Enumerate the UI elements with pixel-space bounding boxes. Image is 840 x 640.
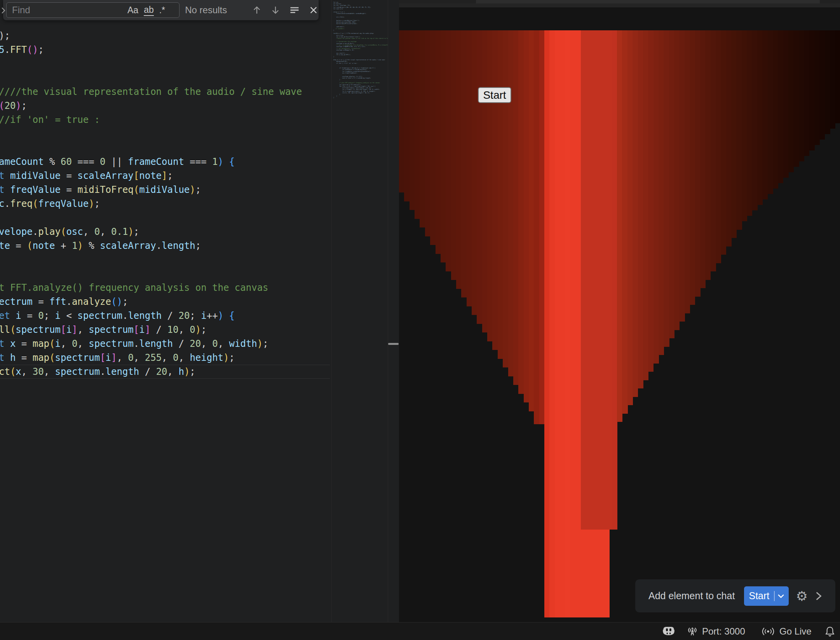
spectrum-bar: [555, 30, 560, 617]
go-live[interactable]: Go Live: [761, 623, 812, 640]
spectrum-bar: [513, 30, 519, 385]
spectrum-bar: [731, 30, 737, 238]
code-line[interactable]: t midiValue = scaleArray[note];: [0, 169, 330, 183]
code-line[interactable]: ll(spectrum[i], spectrum[i] / 10, 0);: [0, 323, 330, 337]
spectrum-bar: [638, 30, 643, 388]
code-line[interactable]: t x = map(i, 0, spectrum.length / 20, 0,…: [0, 337, 330, 351]
spectrum-bar: [659, 30, 664, 355]
spectrum-bar: [622, 30, 627, 414]
chevron-right-icon[interactable]: [816, 591, 822, 601]
spectrum-bar: [503, 30, 508, 367]
spectrum-bar: [809, 30, 814, 150]
spectrum-bar: [436, 30, 441, 254]
spectrum-bar: [472, 30, 477, 315]
code-line[interactable]: [0, 57, 330, 71]
spectrum-bar: [773, 30, 778, 189]
close-icon[interactable]: [308, 5, 319, 15]
code-editor[interactable]: );5.FFT(); ////the visual representation…: [0, 29, 330, 379]
overlay-start-button[interactable]: Start: [744, 586, 789, 606]
code-line[interactable]: //if 'on' = true :: [0, 113, 330, 127]
code-line[interactable]: t FFT.analyze() frequency analysis on th…: [0, 281, 330, 295]
spectrum-bar: [451, 30, 457, 280]
code-line[interactable]: (20);: [0, 99, 330, 113]
toggle-replace-chevron-icon[interactable]: [2, 6, 5, 16]
find-input[interactable]: [7, 5, 125, 16]
minimap[interactable]: let on;let button;let osc, envelope, fft…: [331, 0, 388, 622]
spectrum-bar: [804, 30, 809, 156]
spectrum-bar: [596, 30, 602, 530]
spectrum-bar: [549, 30, 555, 617]
broadcast-icon: [761, 626, 776, 637]
spectrum-bar: [716, 30, 721, 263]
spectrum-bar: [830, 30, 835, 129]
spectrum-bar: [606, 30, 612, 530]
spectrum-bar: [711, 30, 716, 271]
spectrum-bar: [612, 30, 617, 530]
port-label: Port: 3000: [702, 626, 745, 637]
sketch-start-button[interactable]: Start: [478, 87, 511, 103]
find-widget: Aa ab .* No results: [3, 0, 319, 20]
spectrum-bar: [415, 30, 420, 219]
spectrum-bar: [685, 30, 690, 313]
live-server-port[interactable]: Port: 3000: [687, 623, 745, 640]
arrow-down-icon[interactable]: [270, 5, 281, 16]
code-line[interactable]: 5.FFT();: [0, 43, 330, 57]
whole-word-icon[interactable]: ab: [144, 4, 154, 16]
code-line[interactable]: [0, 267, 330, 281]
spectrum-bar: [456, 30, 462, 289]
spectrum-bar: [747, 30, 752, 216]
code-line[interactable]: [0, 71, 330, 85]
spectrum-bar: [534, 30, 539, 424]
spectrum-bar: [669, 30, 674, 338]
spectrum-bar: [446, 30, 451, 271]
current-line-highlight: [0, 365, 330, 379]
spectrum-bar: [783, 30, 789, 178]
spectrum-bar: [627, 30, 633, 405]
spectrum-bar: [835, 30, 840, 123]
chevron-down-icon[interactable]: [778, 594, 784, 598]
find-results-label: No results: [185, 5, 243, 16]
code-line[interactable]: et i = 0; i < spectrum.length / 20; i++)…: [0, 309, 330, 323]
code-line[interactable]: t h = map(spectrum[i], 0, 255, 0, height…: [0, 351, 330, 365]
spectrum-bar: [825, 30, 830, 134]
spectrum-bar: [581, 30, 586, 530]
regex-icon[interactable]: .*: [159, 5, 165, 16]
spectrum-bar: [814, 30, 820, 145]
code-line[interactable]: ameCount % 60 === 0 || frameCount === 1)…: [0, 155, 330, 169]
code-line[interactable]: ectrum = fft.analyze();: [0, 295, 330, 309]
radio-tower-icon: [687, 626, 698, 637]
status-bar: Port: 3000 Go Live: [0, 622, 840, 640]
match-case-icon[interactable]: Aa: [127, 5, 138, 16]
spectrum-bar: [539, 30, 545, 424]
code-line[interactable]: c.freq(freqValue);: [0, 197, 330, 211]
spectrum-bar: [404, 30, 410, 201]
spectrum-bar: [648, 30, 654, 372]
spectrum-bar: [819, 30, 825, 140]
gear-icon[interactable]: ⚙: [796, 589, 807, 603]
code-line[interactable]: te = (note + 1) % scaleArray.length;: [0, 239, 330, 253]
code-line[interactable]: t freqValue = midiToFreq(midiValue);: [0, 183, 330, 197]
code-line[interactable]: [0, 253, 330, 267]
code-line[interactable]: velope.play(osc, 0, 0.1);: [0, 225, 330, 239]
spectrum-bar: [410, 30, 415, 210]
spectrum-bar: [643, 30, 648, 380]
arrow-up-icon[interactable]: [252, 5, 262, 16]
overlay-start-label: Start: [749, 590, 769, 602]
spectrum-bar: [420, 30, 425, 227]
go-live-label: Go Live: [779, 626, 812, 637]
code-line[interactable]: );: [0, 29, 330, 43]
splitter-handle[interactable]: [388, 343, 399, 345]
spectrum-bar: [679, 30, 685, 322]
code-line[interactable]: ////the visual representation of the aud…: [0, 85, 330, 99]
code-line[interactable]: [0, 127, 330, 141]
code-line[interactable]: [0, 141, 330, 155]
spectrum-bar: [633, 30, 638, 397]
spectrum-bar: [799, 30, 804, 161]
find-in-selection-icon[interactable]: [289, 5, 300, 16]
find-input-box: Aa ab .*: [6, 2, 180, 18]
spectrum-bar: [430, 30, 436, 245]
spectrum-bar: [721, 30, 726, 255]
copilot-icon[interactable]: [662, 623, 676, 640]
code-line[interactable]: [0, 211, 330, 225]
bell-icon[interactable]: [824, 623, 835, 640]
